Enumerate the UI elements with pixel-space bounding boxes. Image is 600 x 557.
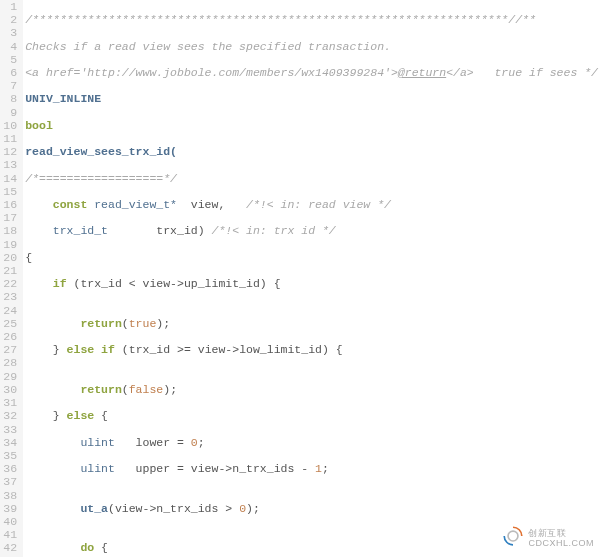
- code-line: } else if (trx_id >= view->low_limit_id)…: [25, 343, 598, 356]
- code-line: bool: [25, 119, 598, 132]
- line-number: 21: [2, 264, 17, 277]
- watermark-line1: 创新互联: [528, 528, 594, 538]
- line-number: 31: [2, 396, 17, 409]
- line-number: 24: [2, 304, 17, 317]
- code-line: trx_id_t trx_id) /*!< in: trx id */: [25, 224, 598, 237]
- line-number: 5: [2, 53, 17, 66]
- line-number: 20: [2, 251, 17, 264]
- line-number: 14: [2, 172, 17, 185]
- line-number: 38: [2, 489, 17, 502]
- line-number: 6: [2, 66, 17, 79]
- svg-point-0: [509, 531, 519, 541]
- line-number: 9: [2, 106, 17, 119]
- line-number: 1: [2, 0, 17, 13]
- line-number: 33: [2, 423, 17, 436]
- line-number: 27: [2, 343, 17, 356]
- watermark-line2: CDCXHL.COM: [528, 538, 594, 548]
- line-number: 39: [2, 502, 17, 515]
- line-number: 34: [2, 436, 17, 449]
- line-number: 10: [2, 119, 17, 132]
- line-number: 42: [2, 541, 17, 554]
- line-number: 15: [2, 185, 17, 198]
- line-number: 17: [2, 211, 17, 224]
- line-number: 29: [2, 370, 17, 383]
- code-line: /*==================*/: [25, 172, 598, 185]
- code-line: /***************************************…: [25, 13, 598, 26]
- line-number: 16: [2, 198, 17, 211]
- line-number: 35: [2, 449, 17, 462]
- line-number: 40: [2, 515, 17, 528]
- line-number: 41: [2, 528, 17, 541]
- line-number: 28: [2, 356, 17, 369]
- line-number: 2: [2, 13, 17, 26]
- line-number: 19: [2, 238, 17, 251]
- line-number: 25: [2, 317, 17, 330]
- line-number: 26: [2, 330, 17, 343]
- line-number: 36: [2, 462, 17, 475]
- line-number: 22: [2, 277, 17, 290]
- line-number: 4: [2, 40, 17, 53]
- code-line: Checks if a read view sees the specified…: [25, 40, 598, 53]
- code-line: <a href='http://www.jobbole.com/members/…: [25, 66, 598, 79]
- code-area: /***************************************…: [23, 0, 600, 557]
- code-line: ulint upper = view->n_trx_ids - 1;: [25, 462, 598, 475]
- line-number: 32: [2, 409, 17, 422]
- code-line: const read_view_t* view, /*!< in: read v…: [25, 198, 598, 211]
- line-number: 8: [2, 92, 17, 105]
- code-line: ut_a(view->n_trx_ids > 0);: [25, 502, 598, 515]
- code-editor: 1 2 3 4 5 6 7 8 9 10 11 12 13 14 15 16 1…: [0, 0, 600, 557]
- code-line: {: [25, 251, 598, 264]
- line-number: 18: [2, 224, 17, 237]
- code-line: return(false);: [25, 383, 598, 396]
- code-line: } else {: [25, 409, 598, 422]
- code-line: if (trx_id < view->up_limit_id) {: [25, 277, 598, 290]
- line-number: 30: [2, 383, 17, 396]
- line-number: 3: [2, 26, 17, 39]
- watermark: 创新互联 CDCXHL.COM: [502, 525, 594, 551]
- watermark-logo-icon: [502, 525, 524, 551]
- line-number: 23: [2, 290, 17, 303]
- line-number: 12: [2, 145, 17, 158]
- code-line: UNIV_INLINE: [25, 92, 598, 105]
- code-line: return(true);: [25, 317, 598, 330]
- code-line: read_view_sees_trx_id(: [25, 145, 598, 158]
- line-number-gutter: 1 2 3 4 5 6 7 8 9 10 11 12 13 14 15 16 1…: [0, 0, 23, 557]
- line-number: 11: [2, 132, 17, 145]
- line-number: 13: [2, 158, 17, 171]
- line-number: 37: [2, 475, 17, 488]
- line-number: 7: [2, 79, 17, 92]
- code-line: ulint lower = 0;: [25, 436, 598, 449]
